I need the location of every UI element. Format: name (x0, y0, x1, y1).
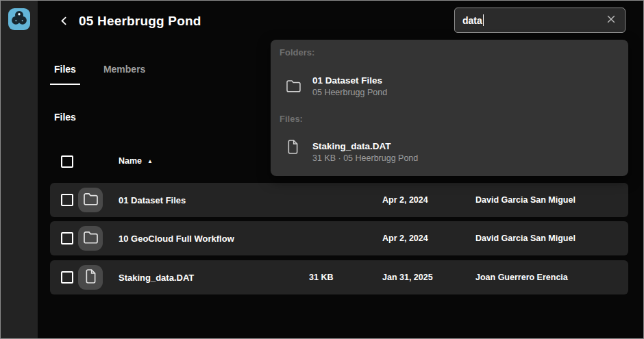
folder-icon (83, 192, 99, 208)
close-icon (606, 14, 616, 27)
name-header-label: Name (119, 156, 142, 166)
app-logo[interactable] (8, 8, 30, 30)
folders-group-label: Folders: (280, 47, 314, 58)
row-icon-chip (78, 188, 103, 212)
row-date: Apr 2, 2024 (382, 183, 428, 217)
folder-icon (286, 79, 301, 95)
page-title: 05 Heerbrugg Pond (79, 14, 201, 29)
geocloud-logo-icon (10, 9, 28, 29)
row-name: Staking_data.DAT (119, 260, 194, 294)
text-caret (483, 14, 484, 26)
row-date: Apr 2, 2024 (382, 221, 428, 255)
table-row[interactable]: 01 Dataset Files Apr 2, 2024 David Garci… (50, 183, 628, 217)
table-row[interactable]: 10 GeoCloud Full Workflow Apr 2, 2024 Da… (50, 221, 628, 255)
sort-asc-icon: ▲ (147, 158, 153, 164)
clear-search-button[interactable] (605, 14, 617, 27)
row-icon-chip (78, 265, 103, 290)
select-all-checkbox[interactable] (61, 155, 73, 168)
file-icon (287, 140, 299, 157)
row-owner: David Garcia San Miguel (475, 221, 575, 255)
app-window: 05 Heerbrugg Pond data Files Members Fil… (0, 0, 644, 339)
tab-bar: Files Members (50, 62, 149, 85)
files-group-label: Files: (280, 114, 303, 124)
result-meta: 31 KB · 05 Heerbrugg Pond (312, 153, 418, 163)
search-value: data (462, 15, 482, 26)
row-checkbox[interactable] (61, 194, 73, 206)
row-checkbox[interactable] (61, 271, 73, 284)
folder-icon (83, 231, 99, 247)
row-owner: David Garcia San Miguel (475, 183, 575, 217)
file-icon (85, 269, 97, 286)
chevron-left-icon (59, 16, 69, 29)
row-date: Jan 31, 2025 (382, 260, 433, 294)
files-section-title: Files (54, 112, 76, 123)
row-owner: Joan Guerrero Erencia (475, 260, 568, 294)
tab-files[interactable]: Files (50, 62, 80, 85)
row-size: 31 KB (309, 260, 333, 294)
search-input[interactable]: data (454, 8, 626, 33)
table-row[interactable]: Staking_data.DAT 31 KB Jan 31, 2025 Joan… (50, 260, 628, 294)
result-name: 01 Dataset Files (312, 75, 382, 86)
sidebar (1, 1, 38, 338)
back-button[interactable] (57, 15, 71, 29)
row-name: 01 Dataset Files (119, 183, 186, 217)
search-results-dropdown: Folders: 01 Dataset Files 05 Heerbrugg P… (271, 40, 628, 176)
result-name: Staking_data.DAT (312, 141, 391, 151)
name-column-header[interactable]: Name ▲ (119, 156, 153, 166)
row-icon-chip (78, 226, 103, 251)
row-checkbox[interactable] (61, 232, 73, 244)
row-name: 10 GeoCloud Full Workflow (119, 221, 234, 255)
tab-members[interactable]: Members (99, 62, 149, 85)
result-meta: 05 Heerbrugg Pond (312, 88, 387, 97)
